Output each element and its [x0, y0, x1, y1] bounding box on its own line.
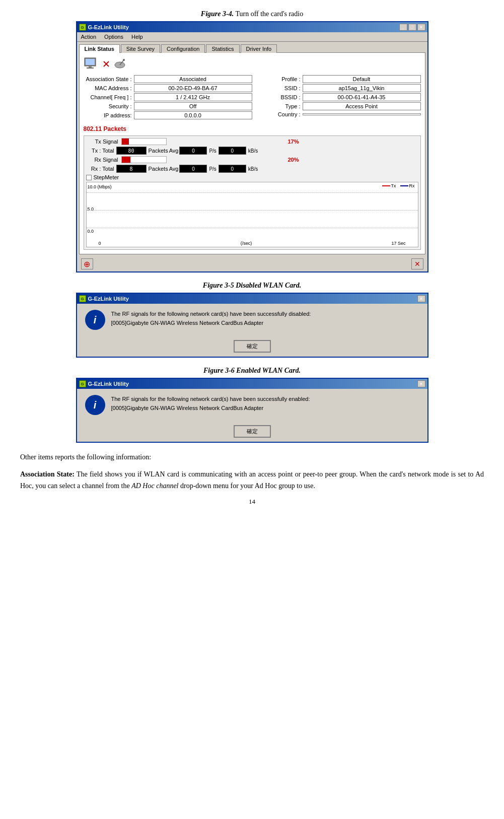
tx-total-value: 80 [116, 147, 147, 155]
window-controls[interactable]: _ □ × [399, 24, 425, 31]
profile-value: Default [303, 75, 421, 83]
association-state-paragraph: Association State: The field shows you i… [20, 469, 484, 492]
ssid-label: SSID : [252, 85, 303, 91]
rx-kbs-label: kB/s [248, 166, 258, 172]
assoc-state-row: Association State : Associated [84, 75, 252, 83]
computer-icon [84, 57, 100, 71]
bssid-label: BSSID : [252, 94, 303, 100]
tab-site-survey[interactable]: Site Survey [121, 44, 160, 53]
disabled-message-line1: The RF signals for the following network… [111, 310, 311, 319]
rx-mid: Packets Avg 0 P/s [149, 165, 217, 173]
tx-right: 0 kB/s [219, 147, 258, 155]
add-button[interactable]: ⊕ [81, 258, 93, 269]
stepmeter-label: StepMeter [94, 174, 119, 180]
graph-hline-mid [87, 210, 418, 211]
tx-data-row: Tx : Total 80 Packets Avg 0 P/s 0 kB/s [86, 147, 418, 155]
tx-avg-value: 0 [179, 147, 207, 155]
close-icon-button[interactable]: ✕ [411, 258, 423, 269]
link-status-window: G G-EzLink Utility _ □ × Action Options … [76, 21, 428, 272]
rx-avg-label: Avg [169, 166, 179, 172]
tx-packets-label: Packets [149, 148, 168, 154]
graph-x-left: 0 [99, 241, 101, 246]
tab-statistics[interactable]: Statistics [206, 44, 239, 53]
graph-hline-top [87, 192, 418, 193]
menu-action[interactable]: Action [79, 33, 99, 40]
profile-label: Profile : [252, 76, 303, 82]
packets-header: 802.11 Packets [84, 125, 421, 132]
ip-value: 0.0.0.0 [134, 111, 252, 119]
figure-36-title: Figure 3-6 Enabled WLAN Card. [20, 367, 484, 375]
tx-signal-bar [121, 138, 167, 145]
menu-options[interactable]: Options [102, 33, 125, 40]
tab-link-status[interactable]: Link Status [79, 44, 120, 53]
enabled-dialog-close-button[interactable]: × [417, 380, 425, 387]
tx-ps-label: P/s [209, 148, 216, 154]
rx-signal-fill [122, 157, 131, 163]
disabled-message-line2: [0005]Gigabyte GN-WIAG Wireless Network … [111, 319, 311, 328]
disabled-ok-button[interactable]: 確定 [234, 340, 271, 353]
enabled-dialog-footer: 確定 [77, 421, 427, 442]
bssid-value: 00-0D-61-41-A4-35 [303, 93, 421, 101]
bssid-row: BSSID : 00-0D-61-41-A4-35 [252, 93, 421, 101]
maximize-button[interactable]: □ [408, 24, 416, 31]
rx-kbs-value: 0 [219, 165, 246, 173]
enabled-dialog-app-icon: G [79, 380, 86, 387]
enabled-dialog-content: i The RF signals for the following netwo… [77, 389, 427, 421]
ssid-row: SSID : ap15ag_11g_Vikin [252, 84, 421, 92]
country-label: Country : [252, 111, 303, 117]
other-items-paragraph: Other items reports the following inform… [20, 452, 484, 463]
legend-rx-line [400, 185, 408, 186]
graph-area: 10.0 (Mbps) 5.0 0.0 Tx [86, 182, 418, 247]
rx-signal-row: Rx Signal 20% [86, 156, 418, 163]
channel-label: Channel[ Freq ] : [84, 94, 134, 100]
assoc-state-text2: drop-down menu for your Ad Hoc group to … [179, 482, 315, 490]
packets-panel: Tx Signal 17% Tx : Total 80 Packets Avg … [84, 135, 421, 250]
window-bottom-bar: ⊕ ✕ [77, 256, 427, 271]
graph-x-labels: 0 (/sec) 17 Sec [87, 241, 418, 246]
body-text: Other items reports the following inform… [20, 452, 484, 492]
tx-kbs-value: 0 [219, 147, 246, 155]
ip-label: IP address: [84, 112, 134, 118]
legend-rx-label: Rx [409, 183, 415, 188]
disabled-dialog-content: i The RF signals for the following netwo… [77, 304, 427, 336]
tx-kbs-label: kB/s [248, 148, 258, 154]
graph-hline-bot [87, 228, 418, 228]
window-titlebar: G G-EzLink Utility _ □ × [77, 22, 427, 32]
menu-help[interactable]: Help [129, 33, 145, 40]
svg-rect-2 [89, 66, 92, 67]
close-button[interactable]: × [417, 24, 425, 31]
mac-address-row: MAC Address : 00-20-ED-49-BA-67 [84, 84, 252, 92]
type-value: Access Point [303, 102, 421, 110]
stepmeter-checkbox[interactable] [86, 175, 92, 180]
enabled-info-icon: i [85, 395, 105, 415]
disabled-dialog-close-button[interactable]: × [417, 295, 425, 302]
legend-tx-line [382, 185, 390, 186]
minimize-button[interactable]: _ [399, 24, 407, 31]
tab-driver-info[interactable]: Driver Info [241, 44, 277, 53]
signal-icon [113, 58, 127, 70]
tx-label: Tx : Total [86, 148, 116, 154]
ssid-value: ap15ag_11g_Vikin [303, 84, 421, 92]
assoc-state-value: Associated [134, 75, 252, 83]
info-fields-grid: Association State : Associated MAC Addre… [84, 75, 421, 119]
tx-signal-fill [122, 139, 129, 145]
rx-avg-value: 0 [179, 165, 207, 173]
tx-signal-pct: 17% [169, 139, 418, 145]
info-section-right: Profile : Default SSID : ap15ag_11g_Viki… [252, 75, 421, 119]
enabled-dialog-window: G G-EzLink Utility × i The RF signals fo… [76, 378, 428, 443]
graph-legend: Tx Rx [382, 183, 415, 188]
window-title: G-EzLink Utility [88, 24, 129, 30]
rx-signal-bar [121, 156, 167, 163]
enabled-message-line1: The RF signals for the following network… [111, 395, 310, 404]
mac-value: 00-20-ED-49-BA-67 [134, 84, 252, 92]
country-row: Country : [252, 111, 421, 117]
tx-avg-label: Avg [169, 148, 179, 154]
menu-bar: Action Options Help [77, 32, 427, 42]
close-icon: ✕ [414, 260, 420, 268]
tab-configuration[interactable]: Configuration [161, 44, 205, 53]
rx-packets-label: Packets [149, 166, 168, 172]
security-label: Security : [84, 103, 134, 109]
rx-signal-label: Rx Signal [86, 157, 121, 163]
x-icon [103, 60, 110, 67]
enabled-ok-button[interactable]: 確定 [234, 425, 271, 438]
